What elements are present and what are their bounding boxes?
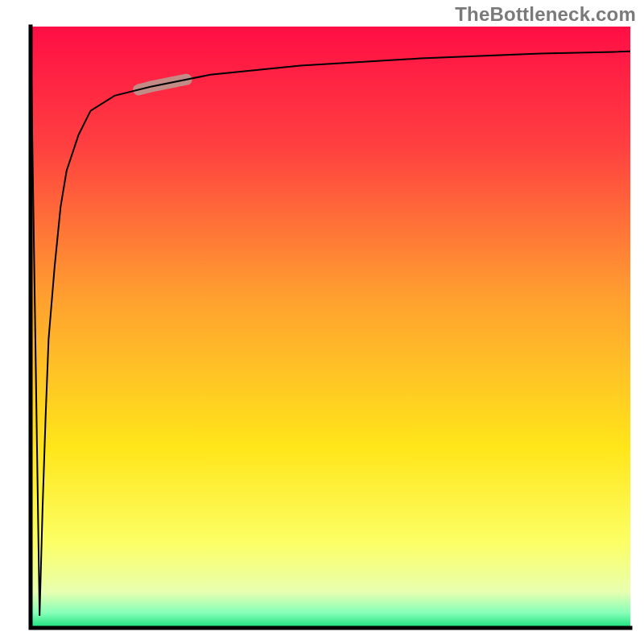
chart-container: TheBottleneck.com bbox=[0, 0, 644, 644]
bottleneck-chart bbox=[0, 0, 644, 644]
plot-background bbox=[31, 27, 630, 628]
